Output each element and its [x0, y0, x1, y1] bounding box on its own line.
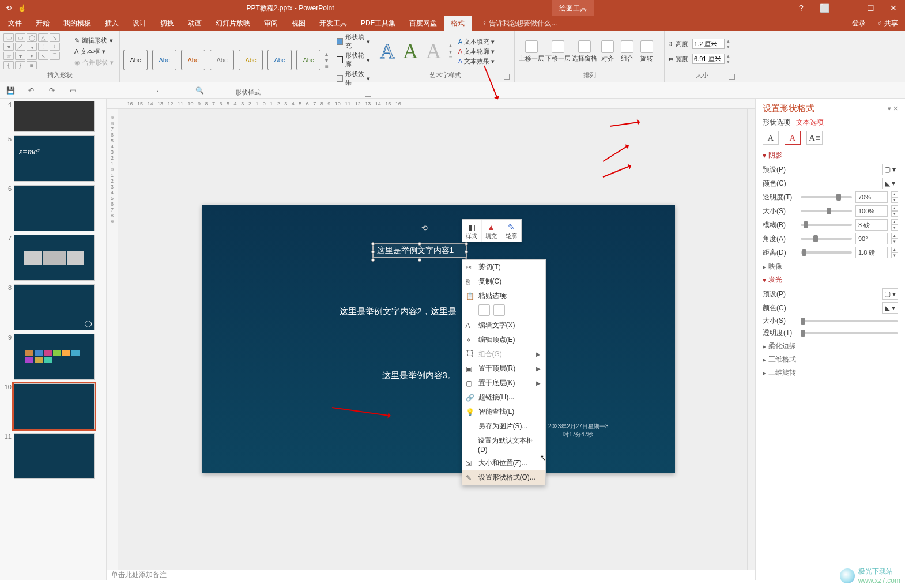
transparency-slider[interactable]: [801, 196, 852, 198]
blur-slider[interactable]: [801, 224, 852, 226]
glow-color-dropdown[interactable]: ◣ ▾: [882, 302, 898, 314]
text-line-3[interactable]: 这里是举例内容3。: [382, 370, 456, 381]
align-button[interactable]: 对齐: [598, 40, 617, 63]
pane-options-icon[interactable]: ▾ ✕: [888, 105, 898, 112]
close-button[interactable]: ✕: [882, 0, 905, 16]
wordart-gallery[interactable]: AAA ▴▾≡: [380, 39, 452, 63]
ctx-hyperlink[interactable]: 🔗超链接(H)...: [462, 390, 545, 405]
text-outline-button[interactable]: A 文本轮廓 ▾: [458, 47, 495, 56]
glow-preset-dropdown[interactable]: ▢ ▾: [882, 288, 898, 300]
text-effects-button[interactable]: A 文本效果 ▾: [458, 57, 495, 66]
slide-thumb-6[interactable]: [14, 185, 95, 231]
selected-textbox[interactable]: 这里是举例文字内容1: [373, 244, 466, 258]
help-icon[interactable]: ?: [790, 0, 813, 16]
section-soft-edges[interactable]: ▸ 柔化边缘: [763, 341, 898, 351]
paste-opt-1[interactable]: [478, 304, 490, 316]
slide-thumb-8[interactable]: [14, 284, 95, 330]
section-glow[interactable]: ▾ 发光: [763, 275, 898, 285]
text-fill-outline-icon[interactable]: A: [763, 131, 779, 145]
tab-file[interactable]: 文件: [1, 16, 29, 31]
tab-home[interactable]: 开始: [29, 16, 56, 31]
tab-animation[interactable]: 动画: [181, 16, 209, 31]
slide-thumb-9[interactable]: [14, 334, 95, 380]
angle-value[interactable]: 90°: [855, 233, 888, 244]
ctx-bring-front[interactable]: ▣置于顶层(R)▶: [462, 361, 545, 376]
text-effects-icon[interactable]: A: [785, 131, 801, 145]
slide-thumb-4[interactable]: [14, 101, 95, 132]
autosave-icon[interactable]: ⟲: [2, 2, 15, 14]
text-fill-button[interactable]: A 文本填充 ▾: [458, 37, 495, 46]
text-options-tab[interactable]: 文本选项: [796, 118, 824, 127]
rotate-button[interactable]: 旋转: [637, 40, 657, 63]
angle-slider[interactable]: [801, 238, 852, 240]
slides-thumbnails-pane[interactable]: 4 5ε=mc² 6 7 8 9 10 11: [0, 99, 107, 580]
ctx-smart-lookup[interactable]: 💡智能查找(L): [462, 405, 545, 419]
distance-slider[interactable]: [801, 251, 852, 254]
ctx-default-textbox[interactable]: 设置为默认文本框(D): [462, 434, 545, 456]
tab-format[interactable]: 格式: [444, 16, 472, 31]
tab-slideshow[interactable]: 幻灯片放映: [209, 16, 257, 31]
minimize-button[interactable]: —: [836, 0, 859, 16]
ctx-cut[interactable]: ✂剪切(T): [462, 260, 545, 274]
tab-review[interactable]: 审阅: [257, 16, 285, 31]
ctx-copy[interactable]: ⎘复制(C): [462, 274, 545, 289]
slide-canvas[interactable]: ⟲ 这里是举例文字内容1 这里是举例文字内容2，这里是 这里是举例内容3。 20…: [202, 205, 675, 473]
shadow-preset-dropdown[interactable]: ▢ ▾: [882, 164, 898, 175]
tab-pdf[interactable]: PDF工具集: [354, 16, 402, 31]
notes-pane[interactable]: 单击此处添加备注: [107, 570, 755, 580]
ctx-edit-text[interactable]: A编辑文字(X): [462, 318, 545, 333]
dialog-launcher-icon[interactable]: [504, 74, 510, 80]
paste-opt-2[interactable]: [493, 304, 505, 316]
slide-thumb-10[interactable]: [14, 383, 95, 429]
tab-developer[interactable]: 开发工具: [312, 16, 354, 31]
shadow-size-slider[interactable]: [801, 210, 852, 212]
send-backward-button[interactable]: 下移一层: [545, 40, 571, 63]
shadow-size-value[interactable]: 100%: [855, 205, 888, 217]
tab-insert[interactable]: 插入: [98, 16, 126, 31]
ctx-save-as-picture[interactable]: 另存为图片(S)...: [462, 419, 545, 434]
glow-transparency-slider[interactable]: [801, 332, 898, 334]
group-button[interactable]: 组合: [617, 40, 637, 63]
vertical-scrollbar[interactable]: [747, 109, 755, 570]
section-reflection[interactable]: ▸ 映像: [763, 262, 898, 272]
maximize-button[interactable]: ☐: [859, 0, 882, 16]
tell-me-input[interactable]: ♀ 告诉我您想要做什么...: [476, 16, 563, 31]
blur-value[interactable]: 3 磅: [855, 219, 888, 231]
tab-my-templates[interactable]: 我的模板: [56, 16, 98, 31]
touch-mode-icon[interactable]: ☝: [16, 2, 28, 14]
selection-pane-button[interactable]: 选择窗格: [571, 40, 598, 63]
width-input[interactable]: [692, 54, 725, 64]
ctx-edit-points[interactable]: ✧编辑顶点(E): [462, 333, 545, 347]
text-box-button[interactable]: A 文本框 ▾: [72, 47, 116, 56]
ctx-size-position[interactable]: ⇲大小和位置(Z)...: [462, 456, 545, 470]
distance-value[interactable]: 1.8 磅: [855, 247, 888, 258]
rotate-handle-icon[interactable]: ⟲: [421, 224, 429, 232]
bring-forward-button[interactable]: 上移一层: [518, 40, 545, 63]
shape-outline-button[interactable]: 形状轮廓 ▾: [334, 51, 372, 69]
ribbon-options-icon[interactable]: ⬜: [813, 0, 836, 16]
section-3d-rotate[interactable]: ▸ 三维旋转: [763, 368, 898, 378]
mini-style-button[interactable]: ◧样式: [462, 220, 482, 242]
undo-icon[interactable]: ↶: [25, 85, 37, 96]
shape-effects-button[interactable]: 形状效果 ▾: [334, 70, 372, 87]
ctx-format-shape[interactable]: ✎设置形状格式(O)...: [462, 470, 545, 485]
redo-icon[interactable]: ↷: [46, 85, 58, 96]
shape-fill-button[interactable]: 形状填充 ▾: [334, 33, 372, 50]
tab-baidu[interactable]: 百度网盘: [402, 16, 444, 31]
slide-thumb-7[interactable]: [14, 235, 95, 281]
dialog-launcher-icon[interactable]: [365, 91, 371, 97]
section-shadow[interactable]: ▾ 阴影: [763, 150, 898, 160]
dialog-launcher-icon[interactable]: [729, 74, 735, 80]
section-3d-format[interactable]: ▸ 三维格式: [763, 355, 898, 364]
shapes-gallery[interactable]: ▭▭◯△↘▾ ／↳﹛﹜☆▾ ✦↖⌒{}≡: [3, 33, 70, 69]
slide-thumb-11[interactable]: [14, 433, 95, 479]
edit-shape-button[interactable]: ✎ 编辑形状 ▾: [72, 36, 116, 46]
tab-view[interactable]: 视图: [285, 16, 312, 31]
tab-design[interactable]: 设计: [126, 16, 153, 31]
save-icon[interactable]: 💾: [5, 85, 16, 96]
transparency-value[interactable]: 70%: [855, 191, 888, 203]
ctx-send-back[interactable]: ▢置于底层(K)▶: [462, 376, 545, 390]
text-box-props-icon[interactable]: A≡: [806, 131, 823, 145]
shape-styles-gallery[interactable]: Abc Abc Abc Abc Abc Abc Abc ▴▾≡: [123, 50, 329, 70]
shape-options-tab[interactable]: 形状选项: [763, 118, 790, 127]
